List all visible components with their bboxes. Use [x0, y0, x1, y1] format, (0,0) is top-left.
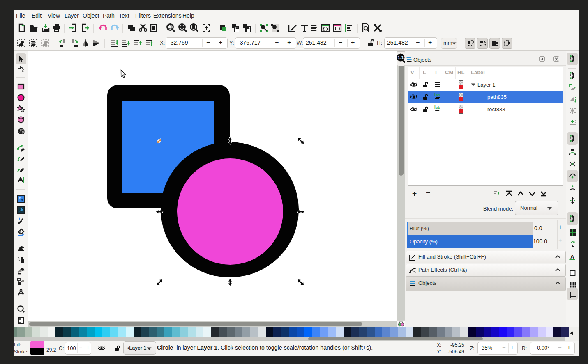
svg-text:1:1: 1:1: [397, 55, 404, 60]
svg-text:A: A: [570, 254, 574, 260]
svg-text:I: I: [434, 105, 436, 110]
svg-text:ab: ab: [436, 105, 440, 110]
svg-text:I: I: [434, 93, 436, 97]
svg-text:ab: ab: [436, 93, 440, 97]
